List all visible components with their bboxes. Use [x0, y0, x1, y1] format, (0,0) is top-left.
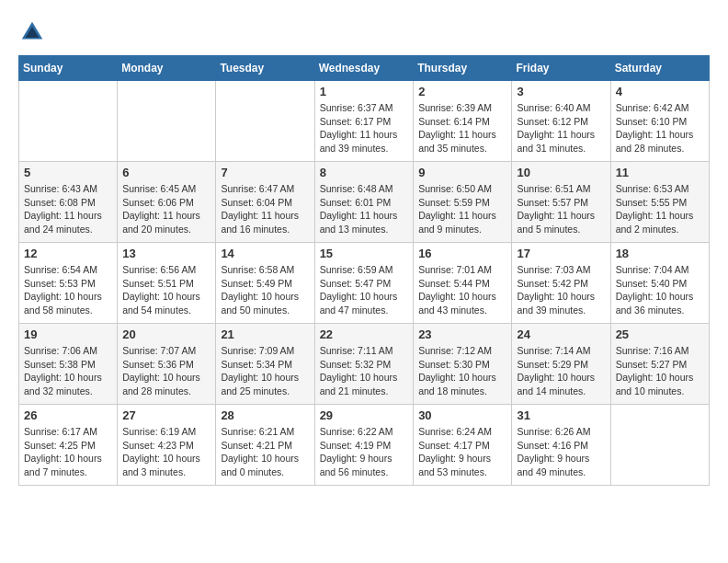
day-number: 3: [517, 85, 605, 98]
calendar-table: SundayMondayTuesdayWednesdayThursdayFrid…: [18, 55, 710, 486]
calendar-week-row: 19Sunrise: 7:06 AM Sunset: 5:38 PM Dayli…: [19, 324, 710, 405]
calendar-cell: 30Sunrise: 6:24 AM Sunset: 4:17 PM Dayli…: [414, 405, 512, 486]
day-number: 28: [221, 408, 309, 422]
calendar-cell: 4Sunrise: 6:42 AM Sunset: 6:10 PM Daylig…: [610, 81, 709, 162]
calendar-cell: 26Sunrise: 6:17 AM Sunset: 4:25 PM Dayli…: [19, 405, 118, 486]
day-number: 19: [24, 327, 112, 341]
day-info: Sunrise: 6:40 AM Sunset: 6:12 PM Dayligh…: [517, 101, 605, 155]
day-info: Sunrise: 7:09 AM Sunset: 5:34 PM Dayligh…: [221, 344, 309, 398]
day-info: Sunrise: 6:48 AM Sunset: 6:01 PM Dayligh…: [320, 182, 409, 236]
weekday-header: Monday: [118, 56, 216, 81]
calendar-cell: 2Sunrise: 6:39 AM Sunset: 6:14 PM Daylig…: [414, 81, 512, 162]
day-info: Sunrise: 6:50 AM Sunset: 5:59 PM Dayligh…: [418, 182, 506, 236]
day-number: 12: [24, 247, 112, 260]
day-info: Sunrise: 6:39 AM Sunset: 6:14 PM Dayligh…: [418, 101, 506, 155]
weekday-header: Thursday: [414, 56, 512, 81]
calendar-cell: [118, 81, 216, 162]
day-number: 20: [122, 327, 210, 341]
calendar-cell: 1Sunrise: 6:37 AM Sunset: 6:17 PM Daylig…: [314, 81, 414, 162]
day-info: Sunrise: 6:43 AM Sunset: 6:08 PM Dayligh…: [24, 182, 112, 236]
day-number: 16: [418, 247, 506, 260]
calendar-cell: 16Sunrise: 7:01 AM Sunset: 5:44 PM Dayli…: [414, 243, 512, 324]
calendar-cell: 22Sunrise: 7:11 AM Sunset: 5:32 PM Dayli…: [314, 324, 414, 405]
day-info: Sunrise: 6:19 AM Sunset: 4:23 PM Dayligh…: [122, 425, 210, 479]
day-number: 8: [320, 166, 409, 179]
calendar-cell: [216, 81, 314, 162]
calendar-cell: 23Sunrise: 7:12 AM Sunset: 5:30 PM Dayli…: [414, 324, 512, 405]
day-number: 11: [616, 166, 704, 179]
day-info: Sunrise: 7:16 AM Sunset: 5:27 PM Dayligh…: [616, 344, 704, 398]
weekday-header: Wednesday: [314, 56, 414, 81]
calendar-cell: 3Sunrise: 6:40 AM Sunset: 6:12 PM Daylig…: [512, 81, 610, 162]
day-info: Sunrise: 6:26 AM Sunset: 4:16 PM Dayligh…: [517, 425, 605, 479]
calendar-week-row: 26Sunrise: 6:17 AM Sunset: 4:25 PM Dayli…: [19, 405, 710, 486]
calendar-cell: 10Sunrise: 6:51 AM Sunset: 5:57 PM Dayli…: [512, 162, 610, 243]
day-info: Sunrise: 6:21 AM Sunset: 4:21 PM Dayligh…: [221, 425, 309, 479]
calendar-cell: 5Sunrise: 6:43 AM Sunset: 6:08 PM Daylig…: [19, 162, 118, 243]
day-info: Sunrise: 6:51 AM Sunset: 5:57 PM Dayligh…: [517, 182, 605, 236]
calendar-cell: 14Sunrise: 6:58 AM Sunset: 5:49 PM Dayli…: [216, 243, 314, 324]
day-number: 23: [418, 327, 506, 341]
calendar-cell: 24Sunrise: 7:14 AM Sunset: 5:29 PM Dayli…: [512, 324, 610, 405]
day-number: 26: [24, 408, 112, 422]
day-number: 15: [320, 247, 409, 260]
calendar-cell: 21Sunrise: 7:09 AM Sunset: 5:34 PM Dayli…: [216, 324, 314, 405]
day-number: 14: [221, 247, 309, 260]
day-info: Sunrise: 7:03 AM Sunset: 5:42 PM Dayligh…: [517, 263, 605, 317]
calendar-header-row: SundayMondayTuesdayWednesdayThursdayFrid…: [19, 56, 710, 81]
day-info: Sunrise: 7:06 AM Sunset: 5:38 PM Dayligh…: [24, 344, 112, 398]
calendar-cell: 29Sunrise: 6:22 AM Sunset: 4:19 PM Dayli…: [314, 405, 414, 486]
weekday-header: Saturday: [610, 56, 709, 81]
day-info: Sunrise: 6:56 AM Sunset: 5:51 PM Dayligh…: [122, 263, 210, 317]
calendar-cell: 18Sunrise: 7:04 AM Sunset: 5:40 PM Dayli…: [610, 243, 709, 324]
calendar-cell: 19Sunrise: 7:06 AM Sunset: 5:38 PM Dayli…: [19, 324, 118, 405]
calendar-cell: 15Sunrise: 6:59 AM Sunset: 5:47 PM Dayli…: [314, 243, 414, 324]
day-number: 29: [320, 408, 409, 422]
calendar-cell: 20Sunrise: 7:07 AM Sunset: 5:36 PM Dayli…: [118, 324, 216, 405]
day-number: 5: [24, 166, 112, 179]
day-info: Sunrise: 7:04 AM Sunset: 5:40 PM Dayligh…: [616, 263, 704, 317]
logo: [18, 18, 51, 46]
calendar-cell: 6Sunrise: 6:45 AM Sunset: 6:06 PM Daylig…: [118, 162, 216, 243]
day-info: Sunrise: 6:54 AM Sunset: 5:53 PM Dayligh…: [24, 263, 112, 317]
weekday-header: Friday: [512, 56, 610, 81]
day-info: Sunrise: 6:58 AM Sunset: 5:49 PM Dayligh…: [221, 263, 309, 317]
calendar-cell: 25Sunrise: 7:16 AM Sunset: 5:27 PM Dayli…: [610, 324, 709, 405]
day-number: 21: [221, 327, 309, 341]
day-info: Sunrise: 6:37 AM Sunset: 6:17 PM Dayligh…: [320, 101, 409, 155]
day-info: Sunrise: 7:07 AM Sunset: 5:36 PM Dayligh…: [122, 344, 210, 398]
calendar-cell: 17Sunrise: 7:03 AM Sunset: 5:42 PM Dayli…: [512, 243, 610, 324]
day-number: 10: [517, 166, 605, 179]
day-info: Sunrise: 6:17 AM Sunset: 4:25 PM Dayligh…: [24, 425, 112, 479]
day-number: 13: [122, 247, 210, 260]
day-number: 2: [418, 85, 506, 98]
day-info: Sunrise: 6:24 AM Sunset: 4:17 PM Dayligh…: [418, 425, 506, 479]
calendar-cell: 28Sunrise: 6:21 AM Sunset: 4:21 PM Dayli…: [216, 405, 314, 486]
day-number: 24: [517, 327, 605, 341]
calendar-cell: 27Sunrise: 6:19 AM Sunset: 4:23 PM Dayli…: [118, 405, 216, 486]
day-info: Sunrise: 7:01 AM Sunset: 5:44 PM Dayligh…: [418, 263, 506, 317]
calendar-cell: 7Sunrise: 6:47 AM Sunset: 6:04 PM Daylig…: [216, 162, 314, 243]
calendar-cell: 9Sunrise: 6:50 AM Sunset: 5:59 PM Daylig…: [414, 162, 512, 243]
day-number: 27: [122, 408, 210, 422]
day-number: 4: [616, 85, 704, 98]
day-info: Sunrise: 6:53 AM Sunset: 5:55 PM Dayligh…: [616, 182, 704, 236]
calendar-cell: 8Sunrise: 6:48 AM Sunset: 6:01 PM Daylig…: [314, 162, 414, 243]
calendar-cell: 13Sunrise: 6:56 AM Sunset: 5:51 PM Dayli…: [118, 243, 216, 324]
calendar-week-row: 5Sunrise: 6:43 AM Sunset: 6:08 PM Daylig…: [19, 162, 710, 243]
day-info: Sunrise: 7:12 AM Sunset: 5:30 PM Dayligh…: [418, 344, 506, 398]
day-number: 30: [418, 408, 506, 422]
day-info: Sunrise: 7:11 AM Sunset: 5:32 PM Dayligh…: [320, 344, 409, 398]
calendar-week-row: 12Sunrise: 6:54 AM Sunset: 5:53 PM Dayli…: [19, 243, 710, 324]
calendar-cell: 11Sunrise: 6:53 AM Sunset: 5:55 PM Dayli…: [610, 162, 709, 243]
day-info: Sunrise: 6:45 AM Sunset: 6:06 PM Dayligh…: [122, 182, 210, 236]
page-header: [18, 18, 710, 46]
day-number: 31: [517, 408, 605, 422]
day-number: 1: [320, 85, 409, 98]
day-info: Sunrise: 6:59 AM Sunset: 5:47 PM Dayligh…: [320, 263, 409, 317]
calendar-cell: [610, 405, 709, 486]
day-number: 9: [418, 166, 506, 179]
day-info: Sunrise: 6:47 AM Sunset: 6:04 PM Dayligh…: [221, 182, 309, 236]
weekday-header: Tuesday: [216, 56, 314, 81]
calendar-cell: [19, 81, 118, 162]
